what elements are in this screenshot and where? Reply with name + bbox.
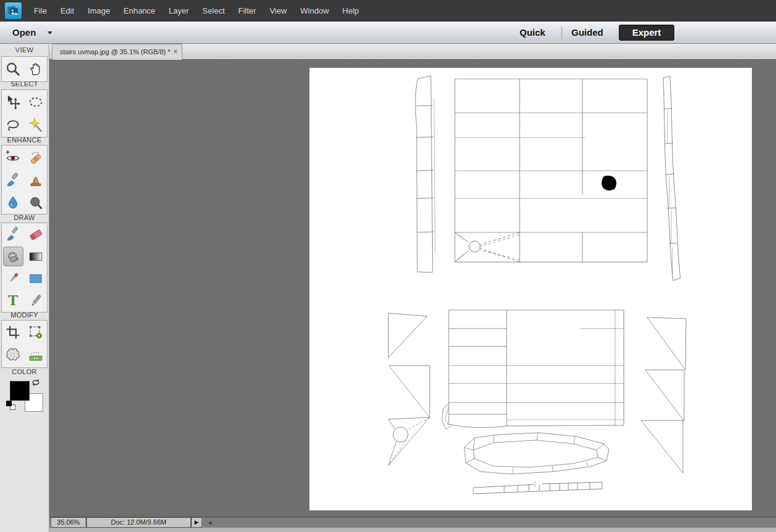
zoom-level-field[interactable]: 35.06% xyxy=(51,517,86,528)
tool-move[interactable] xyxy=(2,90,25,113)
tool-shape[interactable] xyxy=(25,268,47,290)
menu-filter[interactable]: Filter xyxy=(232,0,263,22)
shape-tool-icon xyxy=(28,271,44,287)
menu-items: File Edit Image Enhance Layer Select Fil… xyxy=(27,0,366,22)
toolbox-view xyxy=(1,56,47,82)
brush-tool-icon xyxy=(5,226,21,242)
tool-crop[interactable] xyxy=(2,321,25,344)
tool-eraser[interactable] xyxy=(25,223,47,245)
tool-cookie-cutter[interactable] xyxy=(2,344,25,367)
section-label-color: COLOR xyxy=(0,368,49,375)
tool-zoom[interactable] xyxy=(2,57,25,81)
section-label-view: VIEW xyxy=(0,46,49,54)
tool-sharpen[interactable] xyxy=(25,191,47,214)
menu-image[interactable]: Image xyxy=(81,0,116,22)
tool-sidebar: VIEW SELECT ENHANCE xyxy=(0,44,49,532)
pencil-tool-icon xyxy=(28,293,44,309)
tool-pencil[interactable] xyxy=(25,290,47,312)
tool-eyedropper[interactable] xyxy=(2,268,25,290)
tool-magic-wand[interactable] xyxy=(25,113,47,137)
section-label-draw: DRAW xyxy=(0,214,49,221)
smart-brush-icon xyxy=(5,172,21,188)
recompose-icon xyxy=(28,324,44,340)
menu-enhance[interactable]: Enhance xyxy=(117,0,162,22)
mode-tab-quick[interactable]: Quick xyxy=(520,22,545,44)
color-picker-area xyxy=(0,377,49,420)
chevron-down-icon[interactable] xyxy=(47,31,52,35)
crop-tool-icon xyxy=(5,324,21,340)
close-icon[interactable]: × xyxy=(173,44,178,59)
document-tab[interactable]: stairs uvmap.jpg @ 35.1% (RGB/8) * × xyxy=(52,44,182,60)
tool-paint-bucket[interactable] xyxy=(2,245,25,268)
menu-view[interactable]: View xyxy=(263,0,293,22)
menu-window[interactable]: Window xyxy=(293,0,335,22)
canvas-workspace[interactable] xyxy=(49,60,776,517)
magic-wand-icon xyxy=(28,117,44,133)
document-tab-title: stairs uvmap.jpg @ 35.1% (RGB/8) * xyxy=(60,44,170,59)
section-label-enhance: ENHANCE xyxy=(0,136,49,144)
eraser-tool-icon xyxy=(28,226,44,242)
menu-file[interactable]: File xyxy=(27,0,54,22)
tool-red-eye[interactable] xyxy=(2,145,25,168)
menu-help[interactable]: Help xyxy=(336,0,366,22)
tool-lasso[interactable] xyxy=(2,113,25,137)
tool-hand[interactable] xyxy=(25,57,47,81)
scroll-left-icon[interactable]: ◄ xyxy=(207,518,213,528)
clone-stamp-icon xyxy=(28,172,44,188)
sharpen-tool-icon xyxy=(28,195,44,211)
foreground-color-swatch[interactable] xyxy=(10,381,30,401)
menu-select[interactable]: Select xyxy=(195,0,231,22)
mode-tab-expert[interactable]: Expert xyxy=(619,25,674,41)
toolbox-select xyxy=(1,89,47,137)
tool-blur[interactable] xyxy=(2,191,25,214)
spot-healing-brush-icon xyxy=(28,149,44,165)
move-tool-icon xyxy=(5,94,21,110)
menu-edit[interactable]: Edit xyxy=(54,0,81,22)
blur-tool-icon xyxy=(5,195,21,211)
elliptical-marquee-icon xyxy=(28,94,44,110)
tool-brush[interactable] xyxy=(2,223,25,245)
paint-bucket-icon xyxy=(5,248,21,264)
lasso-tool-icon xyxy=(5,117,21,133)
tool-clone-stamp[interactable] xyxy=(25,168,47,191)
eyedropper-icon xyxy=(5,271,21,287)
app-logo-icon[interactable] xyxy=(5,2,22,19)
tool-recompose[interactable] xyxy=(25,321,47,344)
type-tool-glyph: T xyxy=(8,293,18,308)
menu-layer[interactable]: Layer xyxy=(162,0,196,22)
tool-type[interactable]: T xyxy=(2,290,25,312)
section-label-modify: MODIFY xyxy=(0,311,49,319)
tool-elliptical-marquee[interactable] xyxy=(25,90,47,113)
tool-straighten[interactable] xyxy=(25,344,47,367)
doc-size-field[interactable]: Doc: 12.0M/9.66M xyxy=(86,517,191,528)
horizontal-scrollbar[interactable]: ◄ xyxy=(203,517,776,528)
action-bar: Open Quick Guided Expert xyxy=(0,22,776,44)
mode-separator xyxy=(562,27,562,39)
open-button[interactable]: Open xyxy=(12,22,52,44)
status-bar: 35.06% Doc: 12.0M/9.66M ▶ ◄ xyxy=(49,517,776,528)
menu-bar: File Edit Image Enhance Layer Select Fil… xyxy=(0,0,776,22)
tool-smart-brush[interactable] xyxy=(2,168,25,191)
straighten-icon xyxy=(28,348,44,364)
default-colors-icon[interactable] xyxy=(6,401,17,411)
uvmap-drawing xyxy=(309,68,752,510)
section-label-select: SELECT xyxy=(0,80,49,88)
toolbox-enhance xyxy=(1,145,47,215)
document-canvas[interactable] xyxy=(309,68,752,510)
open-label: Open xyxy=(12,27,36,38)
type-tool-icon: T xyxy=(5,293,21,309)
swap-colors-icon[interactable] xyxy=(31,377,41,390)
document-tab-bar: stairs uvmap.jpg @ 35.1% (RGB/8) * × xyxy=(49,44,776,60)
red-eye-removal-icon xyxy=(5,149,21,165)
app-window: File Edit Image Enhance Layer Select Fil… xyxy=(0,0,776,532)
tool-spot-healing[interactable] xyxy=(25,145,47,168)
mode-tab-guided[interactable]: Guided xyxy=(571,22,603,44)
zoom-tool-icon xyxy=(5,61,21,77)
window-bottom-strip xyxy=(49,528,776,532)
tool-gradient[interactable] xyxy=(25,245,47,268)
toolbox-draw: T xyxy=(1,223,47,313)
toolbox-modify xyxy=(1,320,47,368)
cookie-cutter-icon xyxy=(5,348,21,364)
status-expand-button[interactable]: ▶ xyxy=(191,517,202,528)
hand-tool-icon xyxy=(28,61,44,77)
